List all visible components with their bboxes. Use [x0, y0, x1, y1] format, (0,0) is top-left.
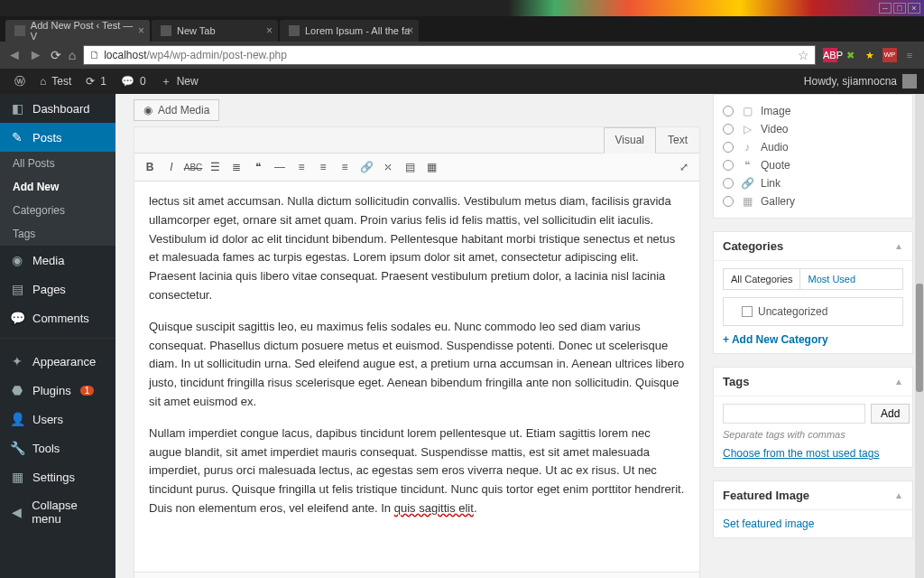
- menu-plugins[interactable]: ⬣Plugins1: [0, 376, 116, 405]
- category-label: Uncategorized: [758, 305, 827, 318]
- add-media-button[interactable]: ◉Add Media: [134, 99, 219, 121]
- menu-icon: ✦: [9, 354, 25, 368]
- toolbar-toggle-button[interactable]: ▦: [421, 157, 441, 177]
- browser-tab-2[interactable]: New Tab×: [152, 20, 278, 42]
- close-tab-icon[interactable]: ×: [407, 24, 413, 37]
- ab-updates[interactable]: ⟳1: [79, 75, 114, 88]
- back-button[interactable]: ◄: [7, 47, 22, 63]
- wp-admin-bar: ⓦ ⌂Test ⟳1 💬0 ＋New Howdy, sjiamnocna: [0, 69, 924, 94]
- tab-visual[interactable]: Visual: [604, 127, 656, 154]
- italic-button[interactable]: I: [162, 157, 181, 177]
- format-image[interactable]: ▢Image: [723, 102, 903, 120]
- browser-tab-3[interactable]: Lorem Ipsum - All the fa×: [280, 20, 419, 42]
- format-icon: ▢: [741, 105, 753, 117]
- format-gallery[interactable]: ▦Gallery: [723, 192, 903, 210]
- ext-wp-icon[interactable]: WP: [882, 48, 897, 62]
- window-minimize-button[interactable]: --: [879, 3, 892, 14]
- submenu-categories[interactable]: Categories: [0, 199, 116, 222]
- more-button[interactable]: ▤: [400, 157, 420, 177]
- bullet-list-button[interactable]: ☰: [205, 157, 225, 177]
- radio-icon[interactable]: [723, 178, 734, 189]
- format-icon: ❝: [741, 159, 753, 172]
- close-tab-icon[interactable]: ×: [266, 24, 273, 37]
- address-bar[interactable]: 🗋 localhost/wp4/wp-admin/post-new.php ☆: [83, 45, 816, 65]
- hr-button[interactable]: —: [270, 157, 290, 177]
- bold-button[interactable]: B: [140, 157, 160, 177]
- menu-posts[interactable]: ✎Posts: [0, 123, 116, 152]
- unlink-button[interactable]: ⤫: [378, 157, 398, 177]
- window-maximize-button[interactable]: □: [893, 3, 906, 14]
- ab-user-menu[interactable]: Howdy, sjiamnocna: [804, 74, 917, 89]
- radio-icon[interactable]: [723, 160, 734, 171]
- align-right-button[interactable]: ≡: [335, 157, 355, 177]
- ab-comments[interactable]: 💬0: [114, 75, 153, 88]
- tab-text[interactable]: Text: [656, 127, 699, 153]
- menu-tools[interactable]: 🔧Tools: [0, 434, 116, 462]
- menu-comments[interactable]: 💬Comments: [0, 303, 116, 332]
- reload-button[interactable]: ⟳: [51, 48, 61, 62]
- url-path: /wp4/wp-admin/post-new.php: [147, 49, 287, 61]
- add-new-category-link[interactable]: + Add New Category: [723, 333, 903, 346]
- menu-pages[interactable]: ▤Pages: [0, 275, 116, 303]
- fullscreen-button[interactable]: ⤢: [674, 157, 694, 177]
- window-close-button[interactable]: ×: [908, 3, 920, 14]
- radio-icon[interactable]: [723, 196, 734, 207]
- menu-media[interactable]: ◉Media: [0, 246, 116, 275]
- ext-star-icon[interactable]: ★: [863, 48, 877, 62]
- format-link[interactable]: 🔗Link: [723, 174, 903, 192]
- editor-card: Visual Text B I ABC ☰ ≣ ❝ — ≡ ≡: [134, 126, 700, 573]
- featured-title: Featured Image: [723, 489, 809, 502]
- category-uncategorized[interactable]: Uncategorized: [731, 305, 895, 318]
- menu-collapse-menu[interactable]: ◀Collapse menu: [0, 491, 116, 533]
- browser-tab-1[interactable]: Add New Post ‹ Test — V×: [5, 20, 150, 42]
- ext-abp-icon[interactable]: ABP: [823, 48, 837, 62]
- ab-wp-logo[interactable]: ⓦ: [7, 74, 32, 89]
- scrollbar-thumb[interactable]: [916, 284, 923, 392]
- site-name: Test: [51, 75, 71, 88]
- radio-icon[interactable]: [723, 142, 734, 153]
- cat-tab-most[interactable]: Most Used: [800, 269, 863, 289]
- strike-button[interactable]: ABC: [183, 157, 203, 177]
- format-video[interactable]: ▷Video: [723, 120, 903, 138]
- ab-new[interactable]: ＋New: [153, 74, 206, 89]
- link-button[interactable]: 🔗: [356, 157, 376, 177]
- blockquote-button[interactable]: ❝: [248, 157, 268, 177]
- format-quote[interactable]: ❝Quote: [723, 156, 903, 174]
- menu-icon: 👤: [9, 412, 25, 426]
- menu-settings[interactable]: ▦Settings: [0, 462, 116, 491]
- updates-icon: ⟳: [86, 75, 95, 88]
- ext-green-icon[interactable]: ✖: [843, 48, 857, 62]
- submenu-add-new[interactable]: Add New: [0, 175, 116, 199]
- tag-input[interactable]: [723, 404, 865, 424]
- featured-heading[interactable]: Featured Image▲: [714, 481, 912, 510]
- editor-body[interactable]: lectus sit amet accumsan. Nulla dictum s…: [134, 182, 699, 572]
- submenu-all-posts[interactable]: All Posts: [0, 152, 116, 175]
- radio-icon[interactable]: [723, 124, 734, 135]
- format-label: Audio: [761, 141, 789, 154]
- badge: 1: [80, 386, 95, 396]
- forward-button[interactable]: ►: [29, 47, 43, 63]
- tags-heading[interactable]: Tags▲: [714, 368, 912, 396]
- cat-tab-all[interactable]: All Categories: [724, 269, 800, 289]
- scrollbar[interactable]: [915, 94, 924, 578]
- checkbox-icon[interactable]: [742, 306, 753, 317]
- bookmark-star-icon[interactable]: ☆: [798, 48, 809, 62]
- format-icon: ▷: [741, 123, 753, 135]
- menu-dashboard[interactable]: ◧Dashboard: [0, 94, 116, 123]
- ab-site[interactable]: ⌂Test: [32, 75, 79, 88]
- number-list-button[interactable]: ≣: [226, 157, 246, 177]
- choose-tags-link[interactable]: Choose from the most used tags: [723, 447, 903, 460]
- align-left-button[interactable]: ≡: [291, 157, 311, 177]
- submenu-tags[interactable]: Tags: [0, 222, 116, 246]
- align-center-button[interactable]: ≡: [313, 157, 333, 177]
- menu-users[interactable]: 👤Users: [0, 405, 116, 434]
- format-audio[interactable]: ♪Audio: [723, 138, 903, 156]
- menu-appearance[interactable]: ✦Appearance: [0, 347, 116, 376]
- browser-menu-icon[interactable]: ≡: [902, 48, 917, 62]
- close-tab-icon[interactable]: ×: [138, 24, 144, 37]
- home-button[interactable]: ⌂: [69, 48, 76, 62]
- set-featured-link[interactable]: Set featured image: [723, 517, 903, 530]
- add-tag-button[interactable]: Add: [871, 404, 910, 424]
- radio-icon[interactable]: [723, 106, 734, 117]
- categories-heading[interactable]: Categories▲: [714, 232, 912, 261]
